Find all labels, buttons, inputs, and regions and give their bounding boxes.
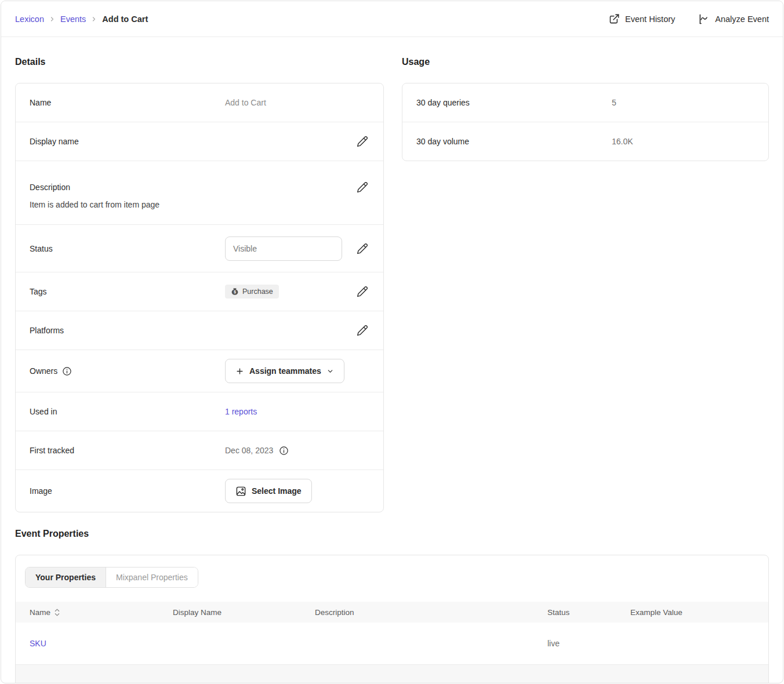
status-select[interactable]: Visible bbox=[225, 237, 342, 261]
detail-row-platforms: Platforms bbox=[16, 311, 383, 350]
sort-icon[interactable] bbox=[55, 609, 60, 616]
properties-table-header: Name Display Name Description Status Exa… bbox=[16, 602, 768, 623]
detail-row-image: Image Select Image bbox=[16, 470, 383, 512]
pencil-icon bbox=[357, 243, 368, 254]
column-header-name[interactable]: Name bbox=[30, 608, 50, 617]
usage-row-volume: 30 day volume 16.0K bbox=[402, 122, 768, 161]
pencil-icon bbox=[357, 286, 368, 297]
column-header-example-value: Example Value bbox=[616, 608, 768, 617]
usage-title: Usage bbox=[402, 56, 769, 68]
detail-label-description: Description bbox=[30, 183, 70, 192]
first-tracked-value: Dec 08, 2023 bbox=[225, 446, 273, 455]
detail-row-display-name: Display name bbox=[16, 122, 383, 161]
detail-label-image: Image bbox=[30, 486, 225, 496]
details-section: Details Name Add to Cart Display name bbox=[15, 56, 384, 512]
breadcrumb-current: Add to Cart bbox=[102, 14, 148, 24]
main-content: Details Name Add to Cart Display name bbox=[1, 37, 783, 683]
detail-row-first-tracked: First tracked Dec 08, 2023 bbox=[16, 431, 383, 470]
info-icon[interactable] bbox=[279, 446, 289, 456]
select-image-label: Select Image bbox=[252, 486, 302, 496]
detail-label-name: Name bbox=[30, 98, 225, 107]
svg-text:$: $ bbox=[234, 290, 236, 294]
pencil-icon bbox=[357, 136, 368, 147]
assign-teammates-button[interactable]: Assign teammates bbox=[225, 359, 344, 383]
detail-row-used-in: Used in 1 reports bbox=[16, 392, 383, 431]
tag-chip-purchase[interactable]: $ Purchase bbox=[225, 285, 279, 299]
breadcrumb: Lexicon Events Add to Cart bbox=[15, 14, 148, 24]
line-chart-icon bbox=[698, 13, 710, 25]
usage-section: Usage 30 day queries 5 30 day volume 16.… bbox=[402, 56, 769, 161]
usage-row-queries: 30 day queries 5 bbox=[402, 83, 768, 122]
detail-label-used-in: Used in bbox=[30, 407, 225, 416]
edit-description-button[interactable] bbox=[355, 180, 369, 194]
topbar-actions: Event History Analyze Event bbox=[609, 13, 769, 25]
usage-card: 30 day queries 5 30 day volume 16.0K bbox=[402, 83, 769, 161]
analyze-event-label: Analyze Event bbox=[715, 14, 769, 24]
select-image-button[interactable]: Select Image bbox=[225, 479, 312, 503]
detail-label-display-name: Display name bbox=[30, 137, 225, 146]
chevron-right-icon bbox=[49, 16, 56, 23]
topbar: Lexicon Events Add to Cart Event History bbox=[1, 1, 783, 37]
property-row-scroll[interactable]: Scroll % live bbox=[16, 665, 768, 683]
tab-mixpanel-properties[interactable]: Mixpanel Properties bbox=[106, 567, 198, 587]
money-bag-icon: $ bbox=[231, 288, 239, 296]
external-link-icon bbox=[609, 13, 620, 24]
property-name-link[interactable]: Scroll % bbox=[30, 682, 59, 684]
usage-label-queries: 30 day queries bbox=[416, 98, 612, 107]
property-row-sku[interactable]: SKU live bbox=[16, 623, 768, 665]
image-icon bbox=[235, 486, 246, 497]
pencil-icon bbox=[357, 325, 368, 336]
breadcrumb-events[interactable]: Events bbox=[60, 14, 86, 24]
usage-value-queries: 5 bbox=[612, 98, 754, 107]
detail-label-status: Status bbox=[30, 244, 225, 253]
detail-value-name: Add to Cart bbox=[225, 98, 369, 107]
details-card: Name Add to Cart Display name bbox=[15, 83, 384, 512]
used-in-reports-link[interactable]: 1 reports bbox=[225, 407, 257, 416]
tag-label: Purchase bbox=[242, 288, 273, 296]
analyze-event-button[interactable]: Analyze Event bbox=[698, 13, 769, 25]
event-properties-section: Event Properties Your Properties Mixpane… bbox=[15, 527, 769, 683]
detail-row-name: Name Add to Cart bbox=[16, 83, 383, 122]
column-header-description: Description bbox=[301, 608, 533, 617]
usage-label-volume: 30 day volume bbox=[416, 137, 612, 146]
column-header-status: Status bbox=[533, 608, 616, 617]
property-status: live bbox=[533, 682, 616, 684]
edit-display-name-button[interactable] bbox=[355, 134, 369, 148]
detail-row-status: Status Visible bbox=[16, 224, 383, 272]
property-name-link[interactable]: SKU bbox=[30, 639, 46, 648]
usage-value-volume: 16.0K bbox=[612, 137, 754, 146]
detail-row-tags: Tags $ Purchase bbox=[16, 272, 383, 311]
detail-label-platforms: Platforms bbox=[30, 326, 225, 335]
status-value: Visible bbox=[233, 244, 257, 253]
detail-label-first-tracked: First tracked bbox=[30, 446, 225, 455]
detail-label-owners: Owners bbox=[30, 366, 57, 376]
properties-tabs: Your Properties Mixpanel Properties bbox=[25, 567, 198, 588]
detail-label-tags: Tags bbox=[30, 287, 225, 296]
event-properties-card: Your Properties Mixpanel Properties Name… bbox=[15, 555, 769, 683]
chevron-down-icon bbox=[326, 368, 334, 375]
lexicon-event-detail-page: Lexicon Events Add to Cart Event History bbox=[1, 1, 783, 683]
edit-tags-button[interactable] bbox=[355, 285, 369, 299]
description-text: Item is added to cart from item page bbox=[30, 199, 369, 210]
info-icon[interactable] bbox=[62, 366, 72, 376]
plus-icon bbox=[235, 367, 244, 376]
detail-row-owners: Owners Assign teammates bbox=[16, 350, 383, 392]
chevron-right-icon bbox=[90, 16, 97, 23]
tab-your-properties[interactable]: Your Properties bbox=[26, 567, 106, 587]
edit-platforms-button[interactable] bbox=[355, 323, 369, 337]
assign-teammates-label: Assign teammates bbox=[249, 366, 321, 376]
property-status: live bbox=[533, 639, 616, 648]
edit-status-button[interactable] bbox=[355, 242, 369, 256]
detail-row-description: Description Item is added to cart from i… bbox=[16, 161, 383, 224]
pencil-icon bbox=[357, 181, 368, 193]
details-title: Details bbox=[15, 56, 384, 68]
event-history-button[interactable]: Event History bbox=[609, 13, 675, 24]
column-header-display-name: Display Name bbox=[159, 608, 301, 617]
event-properties-title: Event Properties bbox=[15, 527, 769, 540]
event-history-label: Event History bbox=[625, 14, 675, 24]
breadcrumb-lexicon[interactable]: Lexicon bbox=[15, 14, 44, 24]
